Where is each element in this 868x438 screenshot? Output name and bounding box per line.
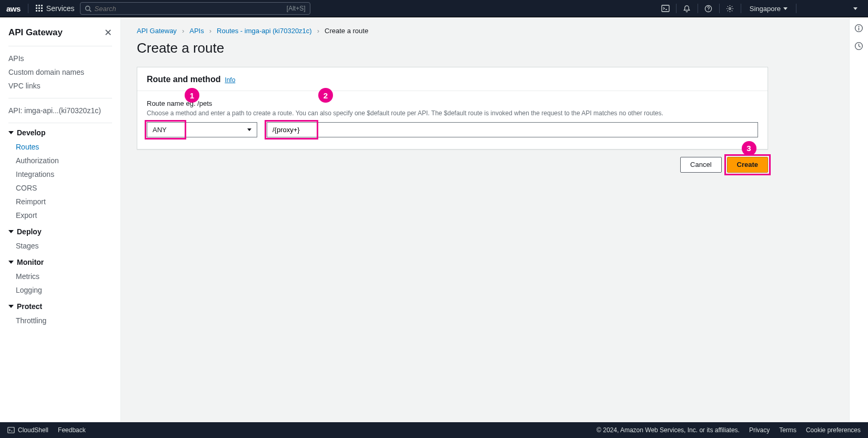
- svg-rect-3: [36, 7, 37, 9]
- global-search[interactable]: [Alt+S]: [80, 2, 310, 15]
- svg-rect-5: [41, 7, 43, 9]
- svg-rect-0: [36, 5, 37, 6]
- notifications-icon[interactable]: [679, 0, 695, 17]
- clock-history-icon[interactable]: [854, 42, 863, 52]
- group-label: Monitor: [17, 258, 44, 266]
- sidebar-item-routes[interactable]: Routes: [16, 140, 112, 154]
- sidebar-group-deploy[interactable]: Deploy: [8, 227, 112, 236]
- group-label: Protect: [17, 302, 42, 311]
- chevron-right-icon: ›: [182, 27, 184, 35]
- divider: [676, 4, 677, 13]
- create-button[interactable]: Create: [727, 157, 768, 173]
- group-label: Develop: [17, 128, 45, 137]
- sidebar-group-monitor[interactable]: Monitor: [8, 258, 112, 266]
- chevron-down-icon: [783, 7, 788, 10]
- help-icon[interactable]: [700, 0, 717, 17]
- route-path-input[interactable]: [267, 122, 758, 137]
- sidebar-item-export[interactable]: Export: [16, 208, 112, 222]
- route-panel: Route and method Info Route name eg. /pe…: [137, 67, 768, 150]
- chevron-down-icon: [853, 7, 857, 10]
- crumb-apis[interactable]: APIs: [189, 27, 204, 35]
- crumb-api-gateway[interactable]: API Gateway: [137, 27, 177, 35]
- caret-down-icon: [8, 305, 14, 308]
- svg-rect-16: [859, 27, 859, 30]
- sidebar-item-metrics[interactable]: Metrics: [16, 270, 112, 283]
- sidebar-item-vpc-links[interactable]: VPC links: [8, 79, 112, 93]
- sidebar-item-integrations[interactable]: Integrations: [16, 167, 112, 181]
- cancel-button[interactable]: Cancel: [680, 157, 721, 173]
- chevron-right-icon: ›: [209, 27, 211, 35]
- svg-rect-8: [41, 10, 43, 12]
- services-menu[interactable]: Services: [36, 4, 75, 13]
- sidebar-item-custom-domain-names[interactable]: Custom domain names: [8, 65, 112, 79]
- sidebar-item-reimport[interactable]: Reimport: [16, 195, 112, 208]
- svg-rect-1: [38, 5, 40, 6]
- sidebar-item-throttling[interactable]: Throttling: [16, 314, 112, 327]
- chevron-down-icon: [247, 128, 251, 131]
- copyright: © 2024, Amazon Web Services, Inc. or its…: [597, 426, 740, 434]
- method-value: ANY: [153, 126, 167, 134]
- sidebar-group-develop[interactable]: Develop: [8, 128, 112, 137]
- sidebar-item-cors[interactable]: CORS: [16, 181, 112, 195]
- caret-down-icon: [8, 131, 14, 134]
- caret-down-icon: [8, 261, 14, 264]
- sidebar-item-apis[interactable]: APIs: [8, 52, 112, 65]
- privacy-link[interactable]: Privacy: [749, 426, 770, 434]
- services-label: Services: [46, 4, 75, 13]
- sidebar-title: API Gateway: [8, 27, 63, 38]
- info-circle-icon[interactable]: [854, 24, 863, 34]
- sidebar-item-logging[interactable]: Logging: [16, 283, 112, 297]
- divider: [741, 4, 741, 13]
- search-input[interactable]: [92, 5, 287, 13]
- search-icon: [85, 5, 92, 12]
- close-sidebar-icon[interactable]: ✕: [104, 27, 112, 38]
- right-utility-bar: [849, 17, 868, 422]
- breadcrumb: API Gateway › APIs › Routes - imga-api (…: [137, 27, 768, 35]
- search-shortcut: [Alt+S]: [287, 5, 306, 12]
- sidebar-group-protect[interactable]: Protect: [8, 302, 112, 311]
- feedback-link[interactable]: Feedback: [58, 426, 86, 434]
- service-sidebar: API Gateway ✕ APIs Custom domain names V…: [0, 17, 121, 422]
- route-name-label: Route name eg. /pets: [147, 99, 758, 107]
- page-title: Create a route: [137, 40, 768, 56]
- sidebar-item-stages[interactable]: Stages: [16, 239, 112, 253]
- sidebar-item-authorization[interactable]: Authorization: [16, 154, 112, 167]
- panel-title: Route and method: [147, 75, 220, 84]
- cloudshell-link[interactable]: CloudShell: [7, 426, 48, 434]
- info-link[interactable]: Info: [225, 76, 235, 84]
- group-label: Deploy: [17, 227, 42, 236]
- caret-down-icon: [8, 230, 14, 233]
- crumb-routes[interactable]: Routes - imga-api (ki70320z1c): [217, 27, 312, 35]
- svg-point-15: [858, 26, 859, 27]
- divider: [796, 4, 796, 13]
- svg-rect-4: [38, 7, 40, 9]
- crumb-current: Create a route: [325, 27, 368, 35]
- terms-link[interactable]: Terms: [779, 426, 796, 434]
- top-nav: aws Services [Alt+S] Singapore: [0, 0, 868, 17]
- method-select[interactable]: ANY: [147, 122, 257, 137]
- region-label: Singapore: [750, 5, 781, 13]
- divider: [698, 4, 698, 13]
- svg-point-9: [85, 6, 89, 10]
- cloudshell-label: CloudShell: [18, 426, 48, 434]
- route-name-desc: Choose a method and enter a path to crea…: [147, 109, 758, 118]
- cookies-link[interactable]: Cookie preferences: [806, 426, 861, 434]
- region-selector[interactable]: Singapore: [743, 5, 794, 13]
- svg-line-10: [89, 9, 90, 11]
- divider: [719, 4, 720, 13]
- account-menu[interactable]: [799, 7, 862, 10]
- sidebar-api-context[interactable]: API: imga-api...(ki70320z1c): [8, 104, 112, 117]
- svg-rect-6: [36, 10, 37, 12]
- svg-rect-7: [38, 10, 40, 12]
- cloudshell-icon[interactable]: [657, 0, 674, 17]
- footer-bar: CloudShell Feedback © 2024, Amazon Web S…: [0, 422, 868, 438]
- settings-gear-icon[interactable]: [722, 0, 739, 17]
- aws-logo[interactable]: aws: [6, 4, 21, 13]
- svg-point-13: [729, 7, 731, 9]
- main-content: API Gateway › APIs › Routes - imga-api (…: [121, 17, 849, 422]
- svg-rect-18: [8, 427, 14, 433]
- chevron-right-icon: ›: [317, 27, 319, 35]
- svg-rect-11: [662, 5, 669, 12]
- svg-rect-2: [41, 5, 43, 6]
- services-grid-icon: [36, 5, 43, 12]
